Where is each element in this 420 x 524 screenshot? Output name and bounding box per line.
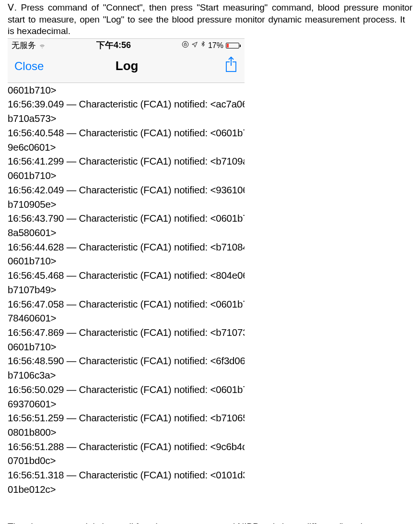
status-bar: 无服务 下午4:56 17% <box>8 39 245 51</box>
log-line: 16:56:39.049 — Characteristic (FCA1) not… <box>8 97 245 111</box>
document-text-top: Ⅴ. Press command of "Connect", then pres… <box>0 0 420 37</box>
log-line: b7107b49> <box>8 283 245 297</box>
instruction-paragraph: Ⅴ. Press command of "Connect", then pres… <box>8 2 412 25</box>
log-line: 16:56:42.049 — Characteristic (FCA1) not… <box>8 183 245 197</box>
log-line: 01be012c> <box>8 482 245 497</box>
orientation-lock-icon <box>182 40 189 51</box>
log-line: b710905e> <box>8 197 245 212</box>
log-line: 16:56:48.590 — Characteristic (FCA1) not… <box>8 354 245 368</box>
log-line: 78460601> <box>8 311 245 325</box>
log-line: 0601b710> <box>8 340 245 354</box>
log-line: 16:56:44.628 — Characteristic (FCA1) not… <box>8 240 245 254</box>
location-icon <box>191 40 198 51</box>
log-line: 0801b800> <box>8 425 245 440</box>
log-line: 0601b710> <box>8 254 245 268</box>
no-service-text: 无服务 <box>12 40 36 51</box>
log-line: 16:56:51.318 — Characteristic (FCA1) not… <box>8 468 245 482</box>
svg-point-0 <box>182 41 188 48</box>
instruction-text-2: is hexadecimal. <box>8 25 412 37</box>
log-line: 16:56:43.790 — Characteristic (FCA1) not… <box>8 211 245 226</box>
share-icon <box>224 56 238 72</box>
log-title: Log <box>116 58 139 74</box>
close-button[interactable]: Close <box>14 59 44 73</box>
wifi-icon <box>39 40 46 51</box>
log-line: 69370601> <box>8 397 245 411</box>
status-left: 无服务 <box>12 40 46 51</box>
log-line: 16:56:47.058 — Characteristic (FCA1) not… <box>8 297 245 311</box>
log-line: 16:56:41.299 — Characteristic (FCA1) not… <box>8 154 245 168</box>
navigation-bar: Close Log <box>8 51 245 83</box>
roman-numeral: Ⅴ <box>8 2 14 12</box>
log-line: 16:56:40.548 — Characteristic (FCA1) not… <box>8 126 245 140</box>
log-content[interactable]: 0601b710>16:56:39.049 — Characteristic (… <box>8 83 245 497</box>
log-line: 16:56:47.869 — Characteristic (FCA1) not… <box>8 325 245 340</box>
log-line: b710a573> <box>8 111 245 126</box>
log-line: 16:56:50.029 — Characteristic (FCA1) not… <box>8 382 245 397</box>
share-button[interactable] <box>224 56 238 76</box>
battery-percentage: 17% <box>208 41 223 51</box>
bluetooth-icon <box>200 40 206 51</box>
instruction-text-1: . Press command of "Connect", then press… <box>8 2 412 24</box>
footer-text: The above two models have all function a… <box>0 518 420 524</box>
log-line: 0701bd0c> <box>8 453 245 468</box>
log-line: 0601b710> <box>8 83 245 97</box>
log-line: 16:56:45.468 — Characteristic (FCA1) not… <box>8 268 245 283</box>
battery-icon <box>226 43 241 48</box>
log-line: 16:56:51.259 — Characteristic (FCA1) not… <box>8 411 245 425</box>
log-line: 8a580601> <box>8 226 245 240</box>
log-line: 0601b710> <box>8 168 245 183</box>
phone-screenshot: 无服务 下午4:56 17% Close Log <box>8 38 245 497</box>
log-line: 9e6c0601> <box>8 140 245 155</box>
status-time: 下午4:56 <box>96 40 131 51</box>
status-right: 17% <box>182 40 241 51</box>
log-line: 16:56:51.288 — Characteristic (FCA1) not… <box>8 440 245 454</box>
log-line: b7106c3a> <box>8 368 245 382</box>
